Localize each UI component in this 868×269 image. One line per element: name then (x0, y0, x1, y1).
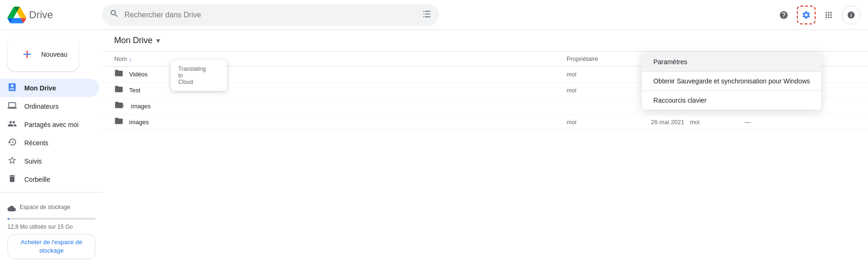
info-button[interactable] (842, 6, 861, 24)
file-name-cell: images (114, 116, 567, 128)
sidebar-item-partages[interactable]: Partagés avec moi (0, 115, 99, 134)
storage-bar-fill (7, 218, 9, 220)
help-button[interactable] (774, 6, 793, 24)
settings-dropdown: Paramètres Obtenir Sauvegarde et synchro… (642, 52, 821, 110)
mon-drive-icon (7, 82, 17, 93)
folder-icon (114, 116, 124, 128)
breadcrumb-dropdown-icon[interactable]: ▾ (156, 36, 160, 45)
layout: Nouveau Mon Drive Ordinateurs Partagés a… (0, 30, 868, 269)
file-modified: 26 mai 2021 moi (651, 119, 744, 126)
cloud-icon (7, 204, 16, 214)
app-name: Drive (29, 9, 53, 21)
recents-icon (7, 137, 17, 148)
breadcrumb-bar: Mon Drive ▾ (103, 30, 868, 52)
sidebar-item-label-ordinateurs: Ordinateurs (24, 103, 58, 110)
file-name-cell: images (114, 100, 567, 112)
file-owner: moi (567, 87, 651, 94)
file-owner: moi (567, 71, 651, 78)
column-owner: Propriétaire (567, 55, 651, 62)
new-button-label: Nouveau (41, 51, 67, 58)
suivis-icon (7, 156, 17, 166)
sidebar-item-label-partages: Partagés avec moi (24, 121, 79, 128)
header: Drive (0, 0, 868, 30)
file-owner: moi (567, 119, 651, 126)
sidebar: Nouveau Mon Drive Ordinateurs Partagés a… (0, 30, 103, 269)
main-content: TranslatingtoCloud Mon Drive ▾ Nom ↓ Pro… (103, 30, 868, 269)
buy-storage-button[interactable]: Acheter de l'espace de stockage (7, 234, 95, 259)
sidebar-item-ordinateurs[interactable]: Ordinateurs (0, 97, 99, 115)
sidebar-item-label-recents: Récents (24, 139, 48, 147)
partages-icon (7, 119, 17, 130)
sidebar-item-recents[interactable]: Récents (0, 134, 99, 152)
sidebar-item-label-suivis: Suivis (24, 157, 42, 165)
new-button-icon (19, 46, 36, 63)
storage-label: Espace de stockage (20, 204, 70, 210)
google-drive-logo (7, 6, 26, 24)
apps-button[interactable] (819, 6, 838, 24)
search-icon (109, 9, 119, 21)
search-input[interactable] (124, 11, 416, 19)
storage-used: 12,8 Mo utilisés sur 15 Go (7, 224, 95, 230)
folder-icon (114, 68, 124, 80)
sidebar-item-label-corbeille: Corbeille (24, 176, 50, 183)
dropdown-item-obtenir[interactable]: Obtenir Sauvegarde et synchronisation po… (642, 72, 821, 90)
settings-button[interactable] (797, 6, 816, 24)
storage-section: Espace de stockage 12,8 Mo utilisés sur … (0, 196, 103, 263)
folder-icon (114, 84, 124, 96)
search-bar[interactable] (102, 4, 439, 26)
sidebar-divider (0, 192, 103, 193)
sidebar-item-mon-drive[interactable]: Mon Drive (0, 79, 99, 97)
translate-overlay: TranslatingtoCloud (171, 60, 227, 91)
file-name: images (129, 119, 149, 126)
table-row[interactable]: images moi 26 mai 2021 moi — (103, 114, 868, 130)
header-right (774, 6, 861, 24)
file-size: — (744, 119, 829, 126)
sidebar-item-corbeille[interactable]: Corbeille (0, 170, 99, 188)
ordinateurs-icon (7, 101, 17, 112)
new-button[interactable]: Nouveau (7, 37, 79, 71)
storage-bar (7, 218, 95, 220)
breadcrumb-title: Mon Drive (114, 36, 153, 45)
folder-shared-icon (114, 100, 125, 112)
file-name: Vidéos (129, 71, 148, 78)
logo-area: Drive (7, 6, 96, 24)
sidebar-item-label-mon-drive: Mon Drive (24, 84, 56, 92)
column-actions (829, 55, 857, 62)
filter-icon[interactable] (422, 9, 431, 20)
file-name: images (131, 103, 151, 110)
dropdown-item-parametres[interactable]: Paramètres (642, 52, 821, 71)
dropdown-item-raccourcis[interactable]: Raccourcis clavier (642, 91, 821, 110)
sidebar-item-suivis[interactable]: Suivis (0, 152, 99, 170)
file-name: Test (129, 87, 140, 94)
translate-text: TranslatingtoCloud (178, 66, 219, 85)
corbeille-icon (7, 174, 17, 185)
